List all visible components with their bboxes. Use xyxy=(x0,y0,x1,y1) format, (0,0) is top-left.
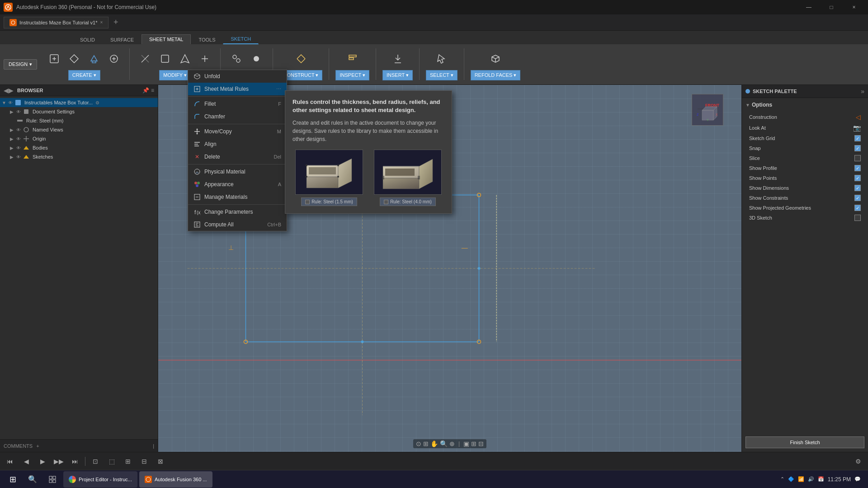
palette-expand-btn[interactable]: » xyxy=(861,88,864,95)
menu-item-chamfer[interactable]: Chamfer xyxy=(188,110,287,123)
tab-surface[interactable]: SURFACE xyxy=(103,35,142,44)
browser-pin-icon[interactable]: 📌 xyxy=(142,87,149,94)
browser-menu-icon[interactable]: ≡ xyxy=(151,87,154,94)
tree-item-views[interactable]: ▶ 👁 Named Views xyxy=(0,125,158,134)
frame-box-btn[interactable]: ⊡ xyxy=(89,455,102,468)
show-dimensions-checkbox[interactable] xyxy=(854,185,861,191)
menu-item-unfold[interactable]: Unfold xyxy=(188,70,287,83)
assemble-icon-1[interactable] xyxy=(227,48,245,70)
play-first-btn[interactable]: ⏮ xyxy=(4,455,16,468)
tray-up-arrow[interactable]: ⌃ xyxy=(780,476,784,482)
tab-solid[interactable]: SOLID xyxy=(72,35,103,44)
create-icon-1[interactable] xyxy=(45,48,63,70)
view-zoom-btn[interactable]: 🔍 xyxy=(440,440,448,447)
svg-point-54 xyxy=(337,176,339,178)
create-icon-2[interactable] xyxy=(65,48,83,70)
play-last-btn[interactable]: ⏭ xyxy=(69,455,81,468)
assemble-icon-2[interactable] xyxy=(247,48,265,70)
nav-cube[interactable]: FRONT Z X Y xyxy=(692,94,723,126)
taskbar-app-chrome[interactable]: Project Editor - Instruc... xyxy=(63,471,137,488)
view-home-btn[interactable]: ⊙ xyxy=(416,440,421,447)
menu-item-change-params[interactable]: f(x) Change Parameters xyxy=(188,206,287,218)
show-profile-checkbox[interactable] xyxy=(854,165,861,171)
finish-sketch-btn[interactable]: Finish Sketch xyxy=(745,436,864,448)
menu-item-fillet[interactable]: Fillet F xyxy=(188,98,287,110)
select-icon-1[interactable] xyxy=(433,48,451,70)
new-tab-btn[interactable]: + xyxy=(109,16,122,29)
menu-item-appearance[interactable]: Appearance A xyxy=(188,178,287,191)
frame-cross-btn[interactable]: ⊠ xyxy=(154,455,167,468)
search-btn[interactable]: 🔍 xyxy=(24,470,42,488)
refold-icon-1[interactable] xyxy=(486,48,505,70)
create-icon-3[interactable] xyxy=(85,48,103,70)
view-display-btn[interactable]: ▣ xyxy=(463,440,469,447)
insert-dropdown-btn[interactable]: INSERT ▾ xyxy=(382,70,413,80)
svg-point-1 xyxy=(11,21,15,24)
tray-notification[interactable]: 💬 xyxy=(854,476,861,482)
frame-all-btn[interactable]: ⊞ xyxy=(122,455,134,468)
taskview-btn[interactable] xyxy=(43,470,61,488)
inspect-icon-1[interactable] xyxy=(344,48,362,70)
frame-sel-btn[interactable]: ⬚ xyxy=(105,455,118,468)
menu-item-manage-materials[interactable]: Manage Materials xyxy=(188,191,287,203)
view-grid-btn[interactable]: ⊞ xyxy=(471,440,476,447)
menu-item-compute-all[interactable]: Compute All Ctrl+B xyxy=(188,218,287,231)
minimize-btn[interactable]: — xyxy=(798,0,819,14)
menu-item-sheet-metal-rules[interactable]: Sheet Metal Rules ⋯ xyxy=(188,83,287,95)
play-prev-btn[interactable]: ◀ xyxy=(20,455,33,468)
settings-btn[interactable]: ⚙ xyxy=(852,455,864,468)
construction-icon[interactable]: ◁ xyxy=(856,113,861,121)
popup-img-2-label-text: Rule: Steel (4.0 mm) xyxy=(390,199,432,204)
play-next-btn[interactable]: ▶▶ xyxy=(52,455,65,468)
menu-item-delete[interactable]: ✕ Delete Del xyxy=(188,150,287,163)
menu-item-align[interactable]: Align xyxy=(188,138,287,150)
tree-item-rule[interactable]: Rule: Steel (mm) xyxy=(0,116,158,125)
modify-dropdown-btn[interactable]: MODIFY ▾ xyxy=(159,70,191,80)
create-icon-4[interactable] xyxy=(105,48,123,70)
design-dropdown-btn[interactable]: DESIGN ▾ xyxy=(4,59,37,70)
tree-item-doc-settings[interactable]: ▶ 👁 Document Settings xyxy=(0,107,158,116)
view-env-btn[interactable]: ⊟ xyxy=(478,440,484,447)
inspect-dropdown-btn[interactable]: INSPECT ▾ xyxy=(335,70,369,80)
show-constraints-checkbox[interactable] xyxy=(854,195,861,201)
tab-tools[interactable]: TOOLS xyxy=(191,35,223,44)
close-btn[interactable]: × xyxy=(844,0,864,14)
show-points-checkbox[interactable] xyxy=(854,175,861,181)
document-tab[interactable]: Instructables Maze Box Tutorial v1* × xyxy=(4,17,108,28)
tree-item-origin[interactable]: ▶ 👁 Origin xyxy=(0,134,158,143)
snap-checkbox[interactable] xyxy=(854,145,861,151)
view-pan-btn[interactable]: ✋ xyxy=(430,440,438,447)
view-frame-btn[interactable]: ⊞ xyxy=(423,440,429,447)
refold-dropdown-btn[interactable]: REFOLD FACES ▾ xyxy=(471,70,521,80)
construct-icon-1[interactable] xyxy=(292,48,310,70)
modify-icon-1[interactable] xyxy=(136,48,154,70)
slice-checkbox[interactable] xyxy=(854,155,861,161)
modify-icon-4[interactable] xyxy=(196,48,214,70)
create-dropdown-btn[interactable]: CREATE ▾ xyxy=(68,70,100,80)
insert-icon-1[interactable] xyxy=(389,48,407,70)
select-dropdown-btn[interactable]: SELECT ▾ xyxy=(426,70,458,80)
comments-add-btn[interactable]: + xyxy=(36,443,39,449)
svg-text:⊥: ⊥ xyxy=(228,244,234,251)
taskbar-app-fusion[interactable]: Autodesk Fusion 360 ... xyxy=(139,471,212,488)
modify-icon-2[interactable] xyxy=(156,48,174,70)
menu-item-move[interactable]: Move/Copy M xyxy=(188,125,287,138)
view-orbit-btn[interactable]: ⊕ xyxy=(449,440,455,447)
projected-geom-checkbox[interactable] xyxy=(854,205,861,211)
tab-sheet-metal[interactable]: SHEET METAL xyxy=(142,34,191,44)
modify-icon-3[interactable] xyxy=(176,48,194,70)
3d-sketch-checkbox[interactable] xyxy=(854,215,861,221)
start-btn[interactable]: ⊞ xyxy=(4,470,22,488)
frame-win-btn[interactable]: ⊟ xyxy=(138,455,151,468)
tab-sketch[interactable]: SKETCH xyxy=(223,34,259,44)
play-btn[interactable]: ▶ xyxy=(36,455,49,468)
tree-item-bodies[interactable]: ▶ 👁 Bodies xyxy=(0,143,158,152)
lookat-icon[interactable]: 📷 xyxy=(853,124,861,131)
maximize-btn[interactable]: □ xyxy=(821,0,842,14)
tab-close-btn[interactable]: × xyxy=(100,20,103,25)
comments-collapse[interactable]: | xyxy=(153,443,154,449)
tree-item-root[interactable]: ▼ 👁 Instructables Maze Box Tutor... ⚙ xyxy=(0,98,158,107)
menu-item-physical-material[interactable]: Physical Material xyxy=(188,165,287,178)
sketch-grid-checkbox[interactable] xyxy=(854,135,861,141)
tree-item-sketches[interactable]: ▶ 👁 Sketches xyxy=(0,152,158,161)
